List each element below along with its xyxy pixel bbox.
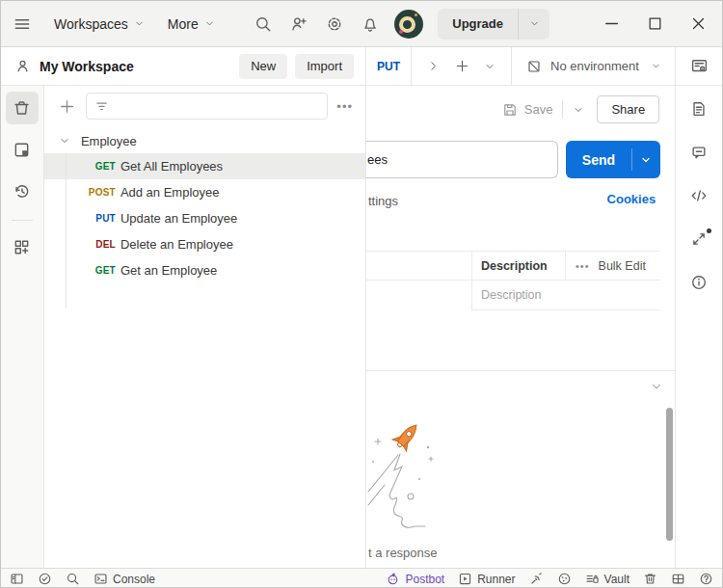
response-scrollbar[interactable] bbox=[666, 408, 673, 541]
code-snippet-icon[interactable] bbox=[690, 187, 708, 204]
divider bbox=[12, 220, 33, 221]
workspace-bar: My Workspace New Import PUT bbox=[1, 47, 722, 86]
collection-folder-employee[interactable]: Employee bbox=[44, 128, 365, 153]
new-tab-plus-icon[interactable] bbox=[455, 59, 469, 73]
request-item-get-an-employee[interactable]: GET Get an Employee bbox=[44, 257, 365, 283]
hamburger-menu-icon[interactable] bbox=[13, 15, 31, 33]
cookies-icon[interactable] bbox=[557, 572, 572, 586]
description-cell-placeholder[interactable]: Description bbox=[472, 281, 660, 310]
rocket-illustration bbox=[366, 412, 463, 547]
notification-dot bbox=[707, 228, 711, 233]
window-maximize-button[interactable] bbox=[647, 15, 663, 32]
save-button[interactable]: Save bbox=[502, 102, 553, 118]
more-menu[interactable]: More bbox=[168, 16, 215, 32]
url-input[interactable] bbox=[366, 141, 558, 178]
invite-user-icon[interactable] bbox=[290, 15, 308, 33]
method-badge: GET bbox=[44, 161, 116, 172]
settings-tab-partial[interactable]: ttings bbox=[368, 194, 398, 208]
workspace-person-icon bbox=[14, 58, 31, 74]
vault-icon bbox=[585, 572, 600, 586]
save-dropdown-chevron-icon[interactable] bbox=[573, 104, 584, 116]
left-sidebar bbox=[1, 86, 44, 568]
tab-options-chevron-icon[interactable] bbox=[484, 61, 495, 72]
panel-more-options-icon[interactable]: ••• bbox=[336, 99, 353, 114]
environment-selector[interactable]: No environment bbox=[512, 47, 675, 85]
comments-icon[interactable] bbox=[690, 144, 708, 161]
column-options-icon[interactable]: ••• bbox=[576, 260, 590, 272]
search-icon[interactable] bbox=[254, 15, 272, 33]
method-badge: POST bbox=[44, 187, 116, 198]
toggle-sidebar-icon[interactable] bbox=[10, 572, 24, 586]
settings-gear-icon[interactable] bbox=[326, 15, 343, 33]
method-badge: PUT bbox=[44, 213, 116, 224]
add-collection-button[interactable] bbox=[59, 98, 75, 115]
postman-app-window: Workspaces More bbox=[0, 0, 723, 588]
share-button[interactable]: Share bbox=[597, 95, 659, 123]
upgrade-button[interactable]: Upgrade bbox=[438, 9, 518, 40]
divider bbox=[562, 101, 563, 119]
help-icon[interactable] bbox=[699, 572, 713, 586]
params-table-header: Description ••• Bulk Edit bbox=[366, 251, 660, 281]
window-minimize-button[interactable] bbox=[603, 15, 620, 32]
info-icon[interactable] bbox=[690, 274, 708, 291]
cookies-link[interactable]: Cookies bbox=[607, 192, 656, 206]
workspace-name[interactable]: My Workspace bbox=[40, 59, 239, 74]
response-collapse-chevron-icon[interactable] bbox=[650, 380, 663, 393]
folder-name: Employee bbox=[81, 134, 137, 148]
environment-quick-look-icon[interactable] bbox=[690, 57, 709, 75]
collections-tree: Employee GET Get All Employees POST Add … bbox=[44, 126, 365, 568]
filter-icon bbox=[94, 99, 109, 114]
upgrade-button-group: Upgrade bbox=[438, 9, 549, 40]
request-editor: Save Share Send ttings Cookies bbox=[366, 86, 676, 568]
request-item-update-an-employee[interactable]: PUT Update an Employee bbox=[44, 205, 365, 231]
sidebar-history-icon[interactable] bbox=[6, 174, 39, 207]
import-button[interactable]: Import bbox=[295, 54, 354, 79]
response-section-divider bbox=[366, 370, 675, 371]
vault-button[interactable]: Vault bbox=[585, 572, 629, 586]
documentation-icon[interactable] bbox=[690, 100, 708, 118]
value-cell-stub[interactable] bbox=[366, 281, 472, 310]
upgrade-dropdown-button[interactable] bbox=[519, 9, 549, 40]
send-button[interactable]: Send bbox=[566, 141, 660, 178]
save-floppy-icon bbox=[502, 102, 518, 118]
chevron-down-icon bbox=[134, 18, 145, 29]
request-item-delete-an-employee[interactable]: DEL Delete an Employee bbox=[44, 231, 365, 257]
value-column-stub bbox=[366, 252, 472, 280]
bulk-edit-link[interactable]: Bulk Edit bbox=[599, 259, 646, 273]
chevron-down-icon bbox=[204, 18, 215, 29]
workspaces-menu[interactable]: Workspaces bbox=[54, 16, 145, 32]
notifications-bell-icon[interactable] bbox=[362, 15, 379, 33]
request-item-get-all-employees[interactable]: GET Get All Employees bbox=[44, 153, 365, 179]
environment-chevron-icon bbox=[651, 61, 661, 71]
request-item-add-an-employee[interactable]: POST Add an Employee bbox=[44, 179, 365, 205]
console-button[interactable]: Console bbox=[94, 572, 155, 586]
sidebar-collections-icon[interactable] bbox=[6, 92, 39, 124]
scroll-tabs-right-icon[interactable] bbox=[427, 60, 440, 72]
sidebar-explore-icon[interactable] bbox=[6, 230, 39, 263]
runner-button[interactable]: Runner bbox=[458, 572, 515, 586]
trash-icon[interactable] bbox=[643, 572, 657, 586]
params-table: Description ••• Bulk Edit Description bbox=[366, 251, 660, 310]
capture-requests-icon[interactable] bbox=[529, 572, 544, 586]
postbot-button[interactable]: Postbot bbox=[386, 572, 444, 586]
params-table-row[interactable]: Description bbox=[366, 281, 660, 310]
request-tab-put[interactable]: PUT bbox=[366, 47, 412, 85]
new-button[interactable]: New bbox=[239, 54, 287, 79]
sidebar-environments-icon[interactable] bbox=[6, 133, 39, 166]
find-icon[interactable] bbox=[66, 572, 80, 586]
send-dropdown-chevron-icon[interactable] bbox=[632, 141, 660, 178]
window-close-button[interactable] bbox=[690, 15, 707, 32]
status-bar: Console Postbot Runner bbox=[1, 568, 722, 588]
folder-expand-chevron-icon[interactable] bbox=[59, 135, 70, 147]
status-check-icon[interactable] bbox=[38, 572, 52, 586]
collections-filter-input[interactable] bbox=[86, 93, 328, 120]
response-hint-text: t a response bbox=[368, 546, 438, 560]
description-column-header: Description bbox=[472, 252, 566, 280]
method-badge: DEL bbox=[44, 239, 116, 250]
pull-request-arrows-icon[interactable] bbox=[690, 230, 708, 248]
no-environment-icon bbox=[526, 59, 542, 74]
user-avatar[interactable] bbox=[394, 10, 423, 39]
tree-indent-guide bbox=[66, 153, 67, 308]
split-pane-icon[interactable] bbox=[671, 572, 685, 586]
environment-label: No environment bbox=[550, 59, 642, 73]
